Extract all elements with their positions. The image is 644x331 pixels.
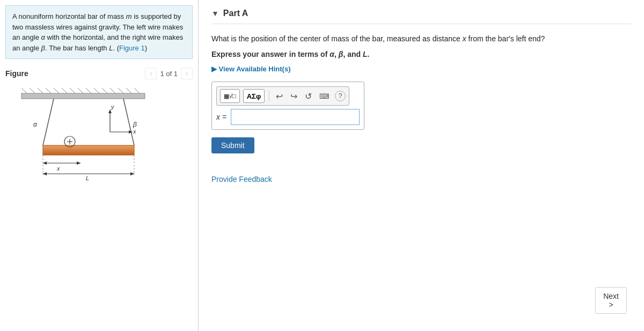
part-header: ▼ Part A — [211, 9, 631, 24]
next-button[interactable]: Next > — [595, 287, 627, 314]
svg-line-16 — [43, 99, 54, 145]
help-button[interactable]: ? — [335, 91, 346, 101]
figure-page: 1 of 1 — [160, 70, 178, 78]
svg-text:α: α — [33, 121, 38, 128]
svg-line-17 — [123, 99, 134, 145]
svg-rect-18 — [43, 145, 134, 155]
figure-svg: y x α β x L — [5, 84, 161, 180]
answer-row: x = — [216, 109, 360, 125]
symbol-button[interactable]: ΑΣφ — [243, 89, 265, 103]
svg-line-15 — [134, 88, 140, 93]
math-toolbar: ▦√□ ΑΣφ ↩ ↪ ↺ ⌨ ? — [216, 86, 349, 106]
figure-title: Figure — [5, 69, 28, 78]
figure-prev-button[interactable]: ‹ — [145, 68, 157, 79]
right-panel: ▼ Part A What is the position of the cen… — [199, 0, 644, 331]
figure-header: Figure ‹ 1 of 1 › — [5, 68, 193, 79]
svg-line-3 — [38, 88, 43, 93]
svg-text:β: β — [133, 121, 137, 128]
svg-marker-32 — [77, 161, 80, 165]
svg-line-12 — [110, 88, 115, 93]
svg-marker-31 — [43, 161, 47, 165]
svg-line-14 — [126, 88, 131, 93]
svg-line-8 — [78, 88, 83, 93]
svg-line-13 — [118, 88, 123, 93]
svg-line-10 — [94, 88, 99, 93]
svg-text:x: x — [133, 128, 136, 135]
submit-button[interactable]: Submit — [211, 137, 254, 153]
svg-line-9 — [86, 88, 91, 93]
question-text: What is the position of the center of ma… — [211, 33, 631, 45]
figure-next-button[interactable]: › — [181, 68, 193, 79]
matrix-sqrt-button[interactable]: ▦√□ — [220, 89, 240, 103]
problem-text: A nonuniform horizontal bar of mass m is… — [12, 12, 183, 52]
problem-statement: A nonuniform horizontal bar of mass m is… — [5, 5, 193, 59]
svg-text:x: x — [56, 165, 60, 172]
svg-line-6 — [62, 88, 67, 93]
hints-toggle[interactable]: ▶ View Available Hint(s) — [211, 65, 631, 73]
svg-line-4 — [46, 88, 51, 93]
undo-button[interactable]: ↩ — [274, 90, 285, 102]
figure-section: Figure ‹ 1 of 1 › — [5, 68, 193, 186]
keyboard-button[interactable]: ⌨ — [317, 91, 332, 101]
express-text: Express your answer in terms of α, β, an… — [211, 50, 631, 58]
answer-input[interactable] — [231, 109, 360, 125]
toolbar-separator-1 — [269, 91, 269, 101]
figure-drawing: y x α β x L — [5, 84, 193, 186]
svg-text:L: L — [86, 175, 89, 180]
refresh-button[interactable]: ↺ — [303, 90, 314, 102]
figure-nav: ‹ 1 of 1 › — [145, 68, 193, 79]
svg-line-5 — [54, 88, 59, 93]
redo-button[interactable]: ↪ — [288, 90, 299, 102]
left-panel: A nonuniform horizontal bar of mass m is… — [0, 0, 199, 331]
svg-line-11 — [102, 88, 107, 93]
svg-text:y: y — [111, 104, 115, 110]
answer-label: x = — [216, 113, 226, 121]
figure-link[interactable]: Figure 1 — [119, 44, 145, 52]
svg-marker-36 — [130, 172, 134, 175]
svg-line-7 — [70, 88, 75, 93]
bottom-area: Provide Feedback — [211, 175, 631, 183]
part-title: Part A — [223, 9, 248, 18]
svg-rect-0 — [21, 93, 145, 99]
svg-marker-24 — [108, 109, 112, 113]
svg-line-1 — [21, 88, 27, 93]
math-input-area: ▦√□ ΑΣφ ↩ ↪ ↺ ⌨ ? x = — [211, 82, 364, 130]
part-collapse-arrow[interactable]: ▼ — [211, 9, 219, 18]
svg-line-2 — [30, 88, 35, 93]
provide-feedback-link[interactable]: Provide Feedback — [211, 175, 631, 183]
svg-marker-35 — [43, 172, 47, 175]
